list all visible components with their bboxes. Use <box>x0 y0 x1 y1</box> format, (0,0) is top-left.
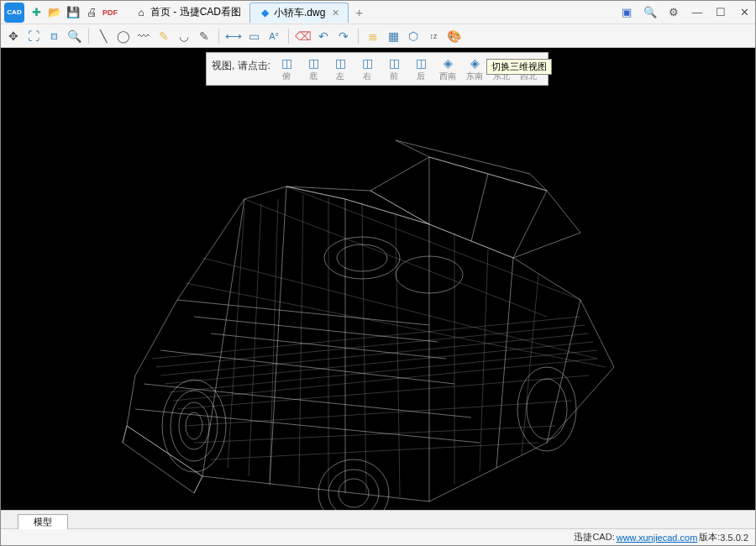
tooltip: 切换三维视图 <box>486 59 552 75</box>
svg-line-49 <box>480 249 488 472</box>
zoom-icon[interactable]: 🔍 <box>643 5 658 20</box>
zoom-extent-icon[interactable]: ⛶ <box>26 29 41 44</box>
svg-line-50 <box>522 275 538 455</box>
model-space-tab[interactable]: 模型 <box>18 514 68 529</box>
cube-icon: ◈ <box>468 56 481 70</box>
cube-icon: ◫ <box>387 56 401 70</box>
document-tabs: ⌂ 首页 - 迅捷CAD看图 ◆ 小轿车.dwg ✕ + <box>127 3 619 23</box>
status-app-name: 迅捷CAD: <box>574 531 614 543</box>
zoom-window-icon[interactable]: ⧈ <box>46 29 61 44</box>
view3d-icon[interactable]: ⬡ <box>406 29 421 44</box>
svg-point-30 <box>527 379 567 439</box>
svg-line-52 <box>244 199 547 317</box>
align-icon[interactable]: ▭ <box>246 29 261 44</box>
add-tab-button[interactable]: + <box>349 5 370 19</box>
elevation-icon[interactable]: ↕z <box>426 29 441 44</box>
view-left-button[interactable]: ◫左 <box>329 56 351 82</box>
svg-line-2 <box>194 317 438 342</box>
svg-line-35 <box>169 350 597 392</box>
svg-line-11 <box>496 258 513 468</box>
print-icon[interactable]: 🖨 <box>85 6 98 19</box>
svg-line-40 <box>211 443 538 459</box>
svg-line-1 <box>177 300 429 325</box>
measure-icon[interactable]: 🔍 <box>66 29 81 44</box>
svg-line-53 <box>202 258 597 359</box>
separator <box>218 29 219 44</box>
maximize-button[interactable]: ☐ <box>713 5 728 20</box>
svg-point-27 <box>328 470 379 510</box>
circle-tool-icon[interactable]: ◯ <box>116 29 131 44</box>
svg-line-38 <box>186 401 572 426</box>
view-front-button[interactable]: ◫前 <box>383 56 405 82</box>
cube-icon: ◫ <box>333 56 347 70</box>
polyline-tool-icon[interactable]: 〰 <box>136 29 151 44</box>
svg-marker-17 <box>396 140 547 191</box>
main-toolbar: ✥ ⛶ ⧈ 🔍 ╲ ◯ 〰 ✎ ◡ ✎ ⟷ ▭ A° ⌫ ↶ ↷ ≣ ▦ ⬡ ↕… <box>1 24 755 48</box>
svg-point-28 <box>339 479 369 507</box>
close-button[interactable]: ✕ <box>737 5 752 20</box>
view-label: 东南 <box>466 71 483 82</box>
svg-line-44 <box>299 195 303 485</box>
minimize-button[interactable]: — <box>690 5 705 20</box>
svg-line-42 <box>249 203 261 476</box>
svg-point-22 <box>162 380 226 472</box>
svg-line-39 <box>194 426 555 443</box>
close-tab-icon[interactable]: ✕ <box>332 8 339 18</box>
svg-line-57 <box>194 476 202 493</box>
color-wheel-icon[interactable]: 🎨 <box>446 29 461 44</box>
arc-tool-icon[interactable]: ◡ <box>176 29 192 44</box>
svg-line-51 <box>286 186 580 300</box>
view-bottom-button[interactable]: ◫底 <box>302 56 324 82</box>
view-panel-label: 视图, 请点击: <box>212 59 270 73</box>
save-icon[interactable]: 💾 <box>66 6 80 19</box>
settings-icon[interactable]: ⚙ <box>666 5 681 20</box>
screenshot-icon[interactable]: ▣ <box>619 5 634 20</box>
cube-icon: ◫ <box>280 56 293 70</box>
svg-point-23 <box>171 391 218 461</box>
website-link[interactable]: www.xunjiecad.com <box>617 533 698 543</box>
svg-line-33 <box>160 333 589 375</box>
view-label: 前 <box>390 71 398 82</box>
svg-point-19 <box>324 237 400 279</box>
dimension-icon[interactable]: ⟷ <box>226 29 241 44</box>
open-file-icon[interactable]: 📂 <box>48 6 61 19</box>
erase-icon[interactable]: ⌫ <box>296 29 311 44</box>
pdf-icon[interactable]: PDF <box>103 6 117 19</box>
leader-icon[interactable]: A° <box>266 29 281 44</box>
svg-line-15 <box>471 174 488 241</box>
layer-icon[interactable]: ≣ <box>365 29 381 44</box>
svg-line-37 <box>177 375 589 409</box>
view-sw-button[interactable]: ◈西南 <box>437 56 459 82</box>
home-tab[interactable]: ⌂ 首页 - 迅捷CAD看图 <box>127 3 249 23</box>
redo-icon[interactable]: ↷ <box>336 29 351 44</box>
text-tool-icon[interactable]: ✎ <box>197 29 212 44</box>
view-label: 后 <box>417 71 425 82</box>
svg-marker-55 <box>123 426 202 493</box>
block-icon[interactable]: ▦ <box>386 29 401 44</box>
wireframe-model <box>76 107 681 510</box>
view-top-button[interactable]: ◫俯 <box>276 56 297 82</box>
svg-line-32 <box>156 325 585 367</box>
cube-icon: ◫ <box>360 56 374 70</box>
undo-icon[interactable]: ↶ <box>316 29 331 44</box>
line-tool-icon[interactable]: ╲ <box>96 29 111 44</box>
svg-line-36 <box>173 359 597 401</box>
svg-line-7 <box>202 199 244 476</box>
pencil-tool-icon[interactable]: ✎ <box>156 29 171 44</box>
view-se-button[interactable]: ◈东南 <box>464 56 486 82</box>
pan-tool-icon[interactable]: ✥ <box>6 29 21 44</box>
svg-point-24 <box>179 402 209 449</box>
quick-access-toolbar: ✚ 📂 💾 🖨 PDF <box>29 6 117 19</box>
svg-line-31 <box>152 317 580 359</box>
view-right-button[interactable]: ◫右 <box>356 56 378 82</box>
svg-line-47 <box>396 214 400 497</box>
cube-icon: ◈ <box>441 56 454 70</box>
file-tab-active[interactable]: ◆ 小轿车.dwg ✕ <box>249 3 349 23</box>
cube-icon: ◫ <box>307 56 320 70</box>
svg-marker-0 <box>127 186 614 501</box>
drawing-viewport[interactable]: 视图, 请点击: ◫俯 ◫底 ◫左 ◫右 ◫前 ◫后 ◈西南 ◈东南 ◈东北 ◈… <box>1 48 755 510</box>
new-file-icon[interactable]: ✚ <box>29 6 43 19</box>
svg-point-25 <box>186 412 202 439</box>
view-back-button[interactable]: ◫后 <box>410 56 432 82</box>
view-label: 俯 <box>282 71 291 82</box>
